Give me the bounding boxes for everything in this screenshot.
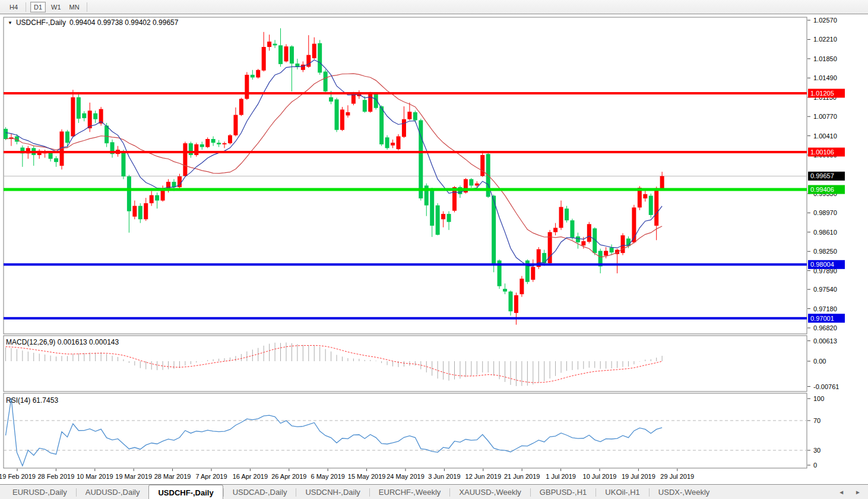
tab-eurusd-daily[interactable]: EURUSD-,Daily [4,485,76,499]
price-chart-canvas[interactable]: 1.025701.022101.018501.014901.011301.007… [0,14,868,485]
y-axis-label: 0.97540 [813,286,837,293]
rsi-axis-label: 100 [813,395,824,402]
price-line-label: 1.00106 [810,149,834,156]
x-axis-label: 24 May 2019 [387,473,425,480]
macd-indicator-label: MACD(12,26,9) 0.001613 0.000143 [6,338,119,346]
tab-usdchf-daily[interactable]: USDCHF-,Daily [148,485,223,499]
macd-axis-label: 0.00613 [813,337,837,345]
y-axis-label: 1.02570 [813,17,837,24]
x-axis-label: 12 Jun 2019 [465,473,502,480]
x-axis-label: 10 Jul 2019 [583,473,617,480]
rsi-axis-label: 0 [813,462,817,469]
y-axis-label: 0.98250 [813,248,837,255]
tab-usdcad-daily[interactable]: USDCAD-,Daily [224,485,296,499]
x-axis-label: 7 Apr 2019 [195,473,227,480]
macd-axis-label: 0.00 [813,358,826,365]
x-axis-label: 3 Jun 2019 [428,473,460,480]
timeframe-button-h4[interactable]: H4 [6,2,21,12]
tab-scroll-arrows: ◄ ► [838,485,861,499]
tab-gbpusd-h1[interactable]: GBPUSD-,H1 [531,485,595,499]
price-line-label: 1.01205 [810,90,834,97]
tab-scroll-left-icon[interactable]: ◄ [838,489,844,495]
y-axis-label: 1.00410 [813,132,837,140]
x-axis-label: 15 May 2019 [348,473,386,480]
rsi-axis-label: 30 [813,447,821,454]
x-axis-label: 19 Mar 2019 [115,473,152,480]
tab-usdcnh-daily[interactable]: USDCNH-,Daily [296,485,369,499]
x-axis: 19 Feb 201928 Feb 201910 Mar 201919 Mar … [0,469,694,480]
tab-xauusd-weekly[interactable]: XAUUSD-,Weekly [450,485,530,499]
price-line-label: 0.98004 [810,261,834,268]
chart-title: ▼ USDCHF-,Daily 0.99404 0.99738 0.99402 … [8,18,178,27]
price-line-label: 0.97001 [810,315,834,322]
rsi-indicator-label: RSI(14) 61.7453 [6,396,58,405]
x-axis-label: 29 Jul 2019 [660,473,694,480]
y-axis-label: 1.01490 [813,74,837,81]
y-axis-label: 0.98970 [813,209,837,216]
toolbar-separator [26,2,26,12]
symbol-dropdown-icon[interactable]: ▼ [8,20,12,26]
timeframe-button-d1[interactable]: D1 [30,2,46,12]
y-axis-label: 0.97180 [813,305,837,312]
x-axis-label: 10 Mar 2019 [77,473,113,480]
macd-values: 0.001613 0.000143 [58,338,119,346]
y-axis-label: 1.00770 [813,113,837,120]
x-axis-label: 6 May 2019 [311,473,344,480]
price-line-label: 0.99406 [810,186,834,193]
panel-frames [4,17,807,468]
x-axis-label: 28 Feb 2019 [38,473,75,480]
y-axis: 1.025701.022101.018501.014901.011301.007… [807,17,839,469]
rsi-axis-label: 70 [813,417,821,424]
y-axis-label: 0.96820 [813,324,837,331]
chart-window: ▼ USDCHF-,Daily 0.99404 0.99738 0.99402 … [0,14,868,485]
tab-audusd-daily[interactable]: AUDUSD-,Daily [77,485,149,499]
price-line-label: 0.99657 [810,172,834,179]
x-axis-label: 1 Jul 2019 [546,473,576,480]
tab-usdx-weekly[interactable]: USDX-,Weekly [650,485,718,499]
x-axis-label: 19 Feb 2019 [0,473,36,480]
y-axis-label: 0.98610 [813,229,837,236]
x-axis-label: 26 Apr 2019 [271,473,306,480]
tab-scroll-right-icon[interactable]: ► [855,489,861,495]
y-axis-label: 1.01850 [813,55,837,62]
x-axis-label: 21 Jun 2019 [504,473,540,480]
rsi-value: 61.7453 [33,396,58,405]
chart-ohlc-values: 0.99404 0.99738 0.99402 0.99657 [69,18,179,27]
macd-axis-label: -0.00761 [813,383,839,390]
timeframe-button-mn[interactable]: MN [66,2,83,12]
chart-tab-bar: EURUSD-,DailyAUDUSD-,DailyUSDCHF-,DailyU… [0,484,868,499]
timeframe-toolbar: H4 D1W1MN [0,0,868,14]
timeframe-button-w1[interactable]: W1 [48,2,64,12]
y-axis-label: 1.02210 [813,36,837,43]
chart-symbol-timeframe: USDCHF-,Daily [16,18,66,27]
x-axis-label: 16 Apr 2019 [233,473,268,480]
x-axis-label: 19 Jul 2019 [622,473,655,480]
x-axis-label: 28 Mar 2019 [154,473,191,480]
tab-eurchf-weekly[interactable]: EURCHF-,Weekly [370,485,450,499]
tab-ukoil-h1[interactable]: UKOil-,H1 [596,485,649,499]
toolbar-separator [87,2,87,12]
